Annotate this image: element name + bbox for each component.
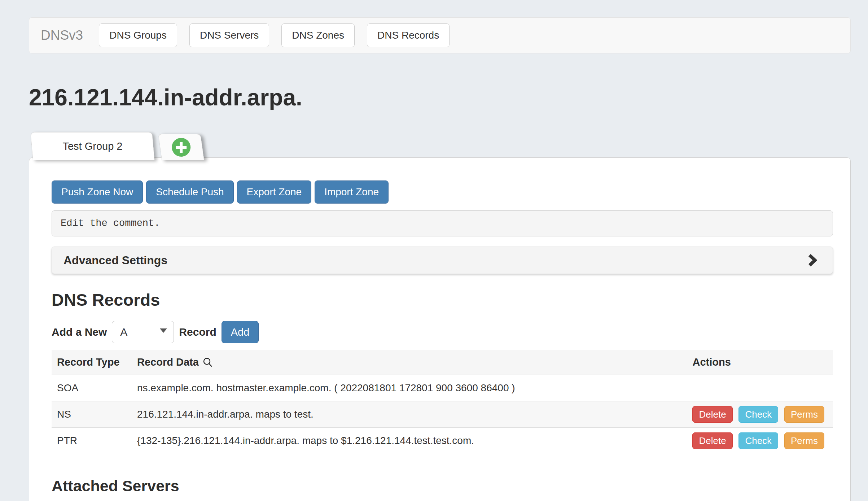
- record-row-soa: SOA ns.example.com. hostmaster.example.c…: [52, 375, 833, 401]
- col-record-type: Record Type: [52, 350, 132, 375]
- record-row-ns: NS 216.121.144.in-addr.arpa. maps to tes…: [52, 401, 833, 428]
- tab-test-group-2-label: Test Group 2: [62, 140, 122, 152]
- chevron-right-icon: [808, 253, 817, 267]
- search-icon[interactable]: [202, 357, 213, 368]
- dns-records-table: Record Type Record Data Ac: [52, 350, 833, 454]
- push-zone-now-label: Push Zone Now: [61, 186, 133, 198]
- record-type-cell: NS: [52, 401, 132, 428]
- zone-comment-input[interactable]: Edit the comment.: [52, 210, 833, 236]
- nav-dns-servers-label: DNS Servers: [200, 30, 259, 41]
- brand-link[interactable]: DNSv3: [41, 28, 83, 43]
- export-zone-label: Export Zone: [247, 186, 302, 198]
- col-record-data: Record Data: [132, 350, 687, 375]
- nav-dns-zones-label: DNS Zones: [292, 30, 344, 41]
- schedule-push-label: Schedule Push: [156, 186, 224, 198]
- dns-records-heading: DNS Records: [52, 290, 833, 310]
- tab-bar: Test Group 2: [29, 132, 851, 160]
- perms-button[interactable]: Perms: [784, 406, 824, 423]
- import-zone-label: Import Zone: [324, 186, 379, 198]
- record-data-cell: ns.example.com. hostmaster.example.com. …: [132, 375, 687, 401]
- record-type-selected-value: A: [120, 326, 127, 338]
- page-title: 216.121.144.in-addr.arpa.: [29, 83, 851, 112]
- record-actions-cell: Delete Check Perms: [687, 428, 833, 454]
- col-actions: Actions: [687, 350, 833, 375]
- nav-dns-groups-button[interactable]: DNS Groups: [99, 23, 177, 47]
- push-zone-now-button[interactable]: Push Zone Now: [52, 180, 143, 204]
- advanced-settings-toggle[interactable]: Advanced Settings: [52, 247, 833, 274]
- add-record-button[interactable]: Add: [222, 321, 259, 343]
- records-header-row: Record Type Record Data Ac: [52, 350, 833, 375]
- record-row-ptr: PTR {132-135}.216.121.144.in-addr.arpa. …: [52, 428, 833, 454]
- record-type-select[interactable]: A: [112, 321, 174, 343]
- record-actions-cell: [687, 375, 833, 401]
- col-record-data-label: Record Data: [137, 356, 199, 368]
- attached-servers-heading: Attached Servers: [52, 477, 833, 495]
- record-data-cell: 216.121.144.in-addr.arpa. maps to test.: [132, 401, 687, 428]
- zone-action-buttons: Push Zone Now Schedule Push Export Zone …: [52, 180, 833, 204]
- add-record-button-label: Add: [231, 326, 250, 338]
- check-button[interactable]: Check: [738, 406, 778, 423]
- tab-test-group-2[interactable]: Test Group 2: [30, 132, 155, 160]
- nav-dns-zones-button[interactable]: DNS Zones: [281, 23, 355, 47]
- schedule-push-button[interactable]: Schedule Push: [146, 180, 233, 204]
- add-group-tab-button[interactable]: [158, 134, 204, 160]
- import-zone-button[interactable]: Import Zone: [315, 180, 389, 204]
- plus-circle-icon: [171, 138, 191, 157]
- check-button[interactable]: Check: [738, 432, 778, 449]
- perms-button[interactable]: Perms: [784, 432, 824, 449]
- group-panel: Push Zone Now Schedule Push Export Zone …: [29, 157, 851, 501]
- select-caret-icon: [160, 328, 167, 333]
- add-record-prefix-label: Add a New: [52, 326, 107, 338]
- advanced-settings-label: Advanced Settings: [63, 254, 167, 267]
- delete-button[interactable]: Delete: [692, 432, 732, 449]
- nav-dns-records-button[interactable]: DNS Records: [367, 23, 450, 47]
- export-zone-button[interactable]: Export Zone: [237, 180, 312, 204]
- zone-comment-value: Edit the comment.: [61, 218, 160, 229]
- top-navbar: DNSv3 DNS Groups DNS Servers DNS Zones D…: [29, 17, 851, 53]
- record-data-cell: {132-135}.216.121.144.in-addr.arpa. maps…: [132, 428, 687, 454]
- add-record-row: Add a New A Record Add: [52, 321, 833, 343]
- record-type-cell: SOA: [52, 375, 132, 401]
- record-actions-cell: Delete Check Perms: [687, 401, 833, 428]
- record-type-cell: PTR: [52, 428, 132, 454]
- nav-dns-records-label: DNS Records: [377, 30, 439, 41]
- nav-dns-groups-label: DNS Groups: [109, 30, 167, 41]
- add-record-suffix-label: Record: [179, 326, 216, 338]
- delete-button[interactable]: Delete: [692, 406, 732, 423]
- nav-dns-servers-button[interactable]: DNS Servers: [189, 23, 269, 47]
